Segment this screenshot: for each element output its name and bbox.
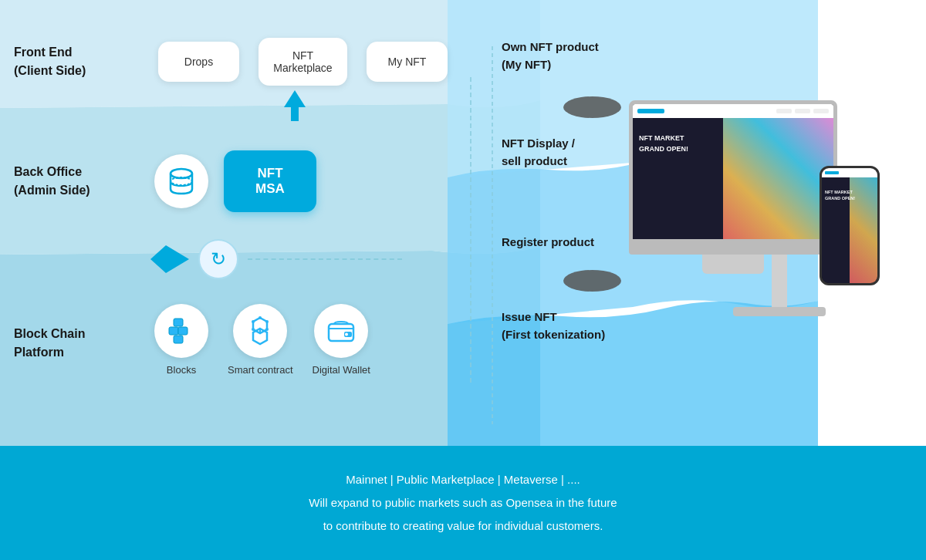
laptop-mockup: NFT MARKETGRAND OPEN! [629,100,837,255]
phone-mockup: NFT MARKETGRAND OPEN! [820,166,880,285]
nft-msa-box: NFTMSA [224,150,316,212]
my-nft-component: My NFT [367,42,448,82]
footer-line2: Will expand to public markets such as Op… [309,491,617,514]
backoffice-label: Back Office(Admin Side) [0,163,135,200]
footer-line3: to contribute to creating value for indi… [309,514,617,538]
nft-marketplace-label: NFTMarketplace [273,49,332,74]
laptop-screen-text: NFT MARKETGRAND OPEN! [639,134,688,153]
footer: Mainnet | Public Marketplace | Metaverse… [0,446,926,560]
footer-text: Mainnet | Public Marketplace | Metaverse… [309,468,617,538]
connector-dot-2 [563,270,621,292]
laptop-stand-pillar [772,247,787,309]
blockchain-label: Block ChainPlatform [0,325,135,362]
digital-wallet-component: Digital Wallet [313,304,370,376]
svg-point-18 [345,332,348,336]
digital-wallet-icon [325,315,357,347]
issue-nft-label: Issue NFT(First tokenization) [502,309,605,343]
svg-point-11 [259,316,262,319]
database-icon-circle [154,154,208,208]
database-icon [166,166,197,197]
svg-point-12 [265,320,269,323]
svg-rect-6 [174,336,183,343]
footer-line1: Mainnet | Public Marketplace | Metaverse… [309,468,617,491]
svg-point-14 [252,320,255,323]
frontend-label: Front End (Client Side) [0,43,135,80]
smart-contract-component: Smart contract [228,304,293,376]
frontend-layer: Front End (Client Side) Drops NFTMarketp… [0,15,525,108]
smart-contract-icon [244,315,276,347]
svg-rect-5 [178,327,188,335]
drops-label: Drops [184,56,213,68]
drops-component: Drops [158,42,239,82]
nft-marketplace-component: NFTMarketplace [259,38,347,86]
blocks-component: Blocks [154,304,208,376]
svg-rect-3 [174,319,183,326]
laptop-screen: NFT MARKETGRAND OPEN! [629,100,837,243]
my-nft-label: My NFT [388,56,427,68]
blockchain-layer: Block ChainPlatform Blocks [0,266,525,420]
smart-contract-label: Smart contract [228,364,293,376]
nft-msa-label: NFTMSA [255,166,285,196]
digital-wallet-label: Digital Wallet [313,364,370,376]
blocks-icon [165,315,198,347]
register-product-label: Register product [502,235,594,248]
blocks-label: Blocks [167,364,196,376]
own-nft-label: Own NFT product(My NFT) [502,39,599,73]
nft-display-label: NFT Display /sell product [502,135,575,170]
connector-dot-1 [563,96,621,118]
backoffice-layer: Back Office(Admin Side) NFTMSA [0,112,525,251]
svg-rect-4 [169,327,178,335]
phone-screen-text: NFT MARKETGRAND OPEN! [825,190,855,201]
svg-point-13 [265,328,269,331]
svg-point-15 [252,328,255,331]
laptop-stand-base [733,307,826,316]
